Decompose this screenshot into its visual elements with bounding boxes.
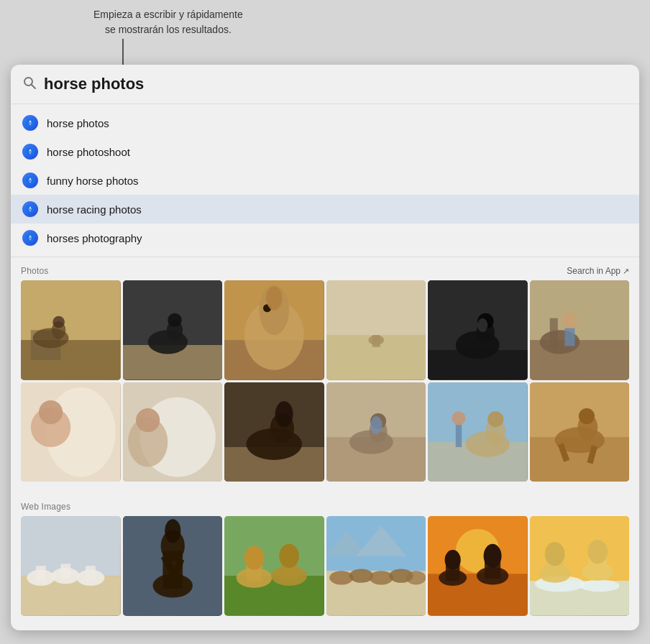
web-images-section-title: Web Images xyxy=(21,502,70,512)
web-images-section-header: Web Images xyxy=(11,500,639,516)
photo-thumbnail[interactable] xyxy=(224,280,324,380)
suggestion-compass-icon xyxy=(22,115,38,131)
svg-rect-89 xyxy=(60,564,70,579)
photo-thumbnail[interactable] xyxy=(123,280,223,380)
svg-point-43 xyxy=(477,318,487,332)
svg-rect-98 xyxy=(224,516,324,576)
svg-point-127 xyxy=(580,580,619,592)
web-image-thumbnail[interactable] xyxy=(224,516,324,616)
photo-thumbnail[interactable] xyxy=(428,280,528,380)
suggestion-compass-icon xyxy=(22,172,38,188)
suggestion-compass-icon xyxy=(22,144,38,160)
search-icon xyxy=(22,75,37,93)
svg-point-2 xyxy=(26,119,35,127)
svg-point-102 xyxy=(244,546,265,570)
search-bar: horse photos xyxy=(11,65,639,104)
photos-section-header: Photos Search in App ↗ xyxy=(11,264,639,280)
suggestion-text: horses photography xyxy=(47,232,142,244)
photo-thumbnail[interactable] xyxy=(530,382,630,482)
photo-thumbnail[interactable] xyxy=(21,382,121,482)
web-image-thumbnail[interactable] xyxy=(428,516,528,616)
svg-point-53 xyxy=(39,400,63,423)
web-image-thumbnail[interactable] xyxy=(326,516,426,616)
svg-point-95 xyxy=(165,519,180,543)
svg-point-80 xyxy=(578,408,594,424)
web-images-grid xyxy=(11,516,639,626)
suggestion-item[interactable]: horse photoshoot xyxy=(11,137,639,166)
svg-point-68 xyxy=(370,416,382,434)
suggestion-item[interactable]: horses photography xyxy=(11,224,639,252)
suggestion-text: horse racing photos xyxy=(47,203,142,216)
suggestion-item[interactable]: horse photos xyxy=(11,109,639,137)
svg-point-33 xyxy=(266,286,282,310)
suggestion-text: funny horse photos xyxy=(47,175,139,187)
photo-thumbnail[interactable] xyxy=(123,382,223,482)
svg-point-48 xyxy=(562,312,577,328)
photo-thumbnail[interactable] xyxy=(428,382,528,482)
suggestion-compass-icon xyxy=(22,201,38,217)
svg-point-27 xyxy=(168,313,181,327)
svg-point-130 xyxy=(544,542,564,566)
search-in-app-link[interactable]: Search in App ↗ xyxy=(567,266,629,276)
tooltip: Empieza a escribir y rápidamente se most… xyxy=(93,7,243,37)
svg-point-14 xyxy=(26,234,35,242)
external-link-icon: ↗ xyxy=(623,267,629,276)
svg-point-110 xyxy=(369,571,393,584)
photos-section: Photos Search in App ↗ xyxy=(11,257,639,493)
tooltip-line2: se mostrarán los resultados. xyxy=(93,22,243,37)
svg-point-5 xyxy=(26,147,35,156)
svg-line-1 xyxy=(32,84,36,88)
web-image-thumbnail[interactable] xyxy=(21,516,121,616)
suggestions-list: horse photos horse photoshoot funny ho xyxy=(11,104,639,257)
svg-rect-37 xyxy=(372,335,380,347)
photo-thumbnail[interactable] xyxy=(530,280,630,380)
svg-point-108 xyxy=(329,571,353,584)
svg-point-112 xyxy=(406,571,426,584)
web-image-thumbnail[interactable] xyxy=(123,516,223,616)
suggestion-text: horse photos xyxy=(47,117,109,129)
tooltip-line1: Empieza a escribir y rápidamente xyxy=(93,7,243,22)
svg-point-62 xyxy=(275,401,293,427)
photo-thumbnail[interactable] xyxy=(326,382,426,482)
photo-thumbnail[interactable] xyxy=(224,382,324,482)
svg-point-123 xyxy=(484,544,502,568)
photo-thumbnail[interactable] xyxy=(326,280,426,380)
suggestion-item[interactable]: funny horse photos xyxy=(11,166,639,195)
suggestion-text: horse photoshoot xyxy=(47,146,130,158)
svg-rect-74 xyxy=(456,422,462,447)
svg-point-105 xyxy=(279,544,299,568)
svg-point-73 xyxy=(487,411,503,427)
tooltip-arrow xyxy=(122,39,124,66)
web-images-section: Web Images xyxy=(11,493,639,630)
svg-rect-47 xyxy=(549,318,557,349)
svg-point-75 xyxy=(452,411,465,425)
svg-rect-88 xyxy=(36,566,46,581)
svg-point-8 xyxy=(26,176,35,185)
web-image-thumbnail[interactable] xyxy=(530,516,630,616)
suggestion-compass-icon xyxy=(22,230,38,246)
svg-point-57 xyxy=(136,408,160,432)
photos-section-title: Photos xyxy=(21,266,49,276)
search-query-text[interactable]: horse photos xyxy=(44,75,144,93)
svg-rect-90 xyxy=(86,566,96,581)
svg-rect-49 xyxy=(564,328,575,346)
svg-point-22 xyxy=(52,316,65,328)
svg-point-109 xyxy=(349,569,372,582)
svg-point-120 xyxy=(445,550,461,570)
suggestion-item-highlighted[interactable]: horse racing photos xyxy=(11,195,639,224)
search-panel: horse photos horse photos horse p xyxy=(11,65,639,630)
svg-point-11 xyxy=(26,205,35,213)
photo-thumbnail[interactable] xyxy=(21,280,121,380)
svg-point-133 xyxy=(587,540,608,564)
photos-grid xyxy=(11,280,639,489)
